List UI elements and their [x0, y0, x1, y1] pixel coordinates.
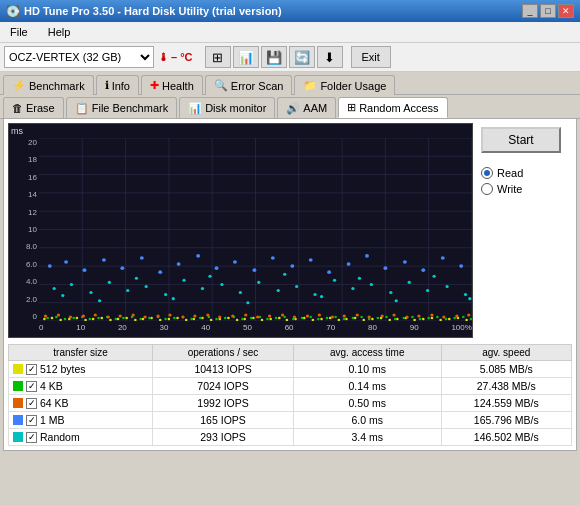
exit-button[interactable]: Exit — [351, 46, 391, 68]
svg-point-203 — [464, 293, 467, 296]
svg-point-134 — [181, 315, 184, 318]
tab-random-access[interactable]: ⊞ Random Access — [338, 97, 447, 118]
svg-point-209 — [246, 301, 249, 304]
svg-point-136 — [206, 313, 209, 316]
drive-select[interactable]: OCZ-VERTEX (32 GB) — [4, 46, 154, 68]
label-text-0: 512 bytes — [40, 363, 86, 375]
svg-point-31 — [125, 317, 128, 319]
tabs-row-1: ⚡ Benchmark ℹ Info ✚ Health 🔍 Error Scan… — [0, 72, 580, 95]
svg-point-89 — [190, 318, 193, 320]
svg-point-190 — [220, 283, 223, 286]
radio-read-dot — [484, 170, 490, 176]
checkbox-0[interactable]: ✓ — [26, 364, 37, 375]
svg-point-144 — [306, 314, 309, 317]
svg-point-189 — [201, 287, 204, 290]
svg-point-186 — [145, 285, 148, 288]
tab-disk-monitor[interactable]: 📊 Disk monitor — [179, 97, 275, 118]
col-transfer-size: transfer size — [9, 345, 153, 361]
svg-point-187 — [164, 293, 167, 296]
svg-point-171 — [290, 264, 294, 268]
cell-access-4: 3.4 ms — [293, 429, 441, 446]
svg-point-135 — [193, 314, 196, 317]
icon-grid[interactable]: ⊞ — [205, 46, 231, 68]
minimize-button[interactable]: _ — [522, 4, 538, 18]
label-text-1: 4 KB — [40, 380, 63, 392]
aam-icon: 🔊 — [286, 102, 300, 115]
icon-refresh[interactable]: 🔄 — [289, 46, 315, 68]
erase-icon: 🗑 — [12, 102, 23, 114]
svg-point-37 — [176, 317, 179, 319]
col-speed: agv. speed — [441, 345, 571, 361]
svg-point-127 — [94, 313, 97, 316]
svg-point-147 — [343, 314, 346, 317]
checkbox-1[interactable]: ✓ — [26, 381, 37, 392]
toolbar: OCZ-VERTEX (32 GB) 🌡 – °C ⊞ 📊 💾 🔄 ⬇ Exit — [0, 43, 580, 72]
tab-benchmark[interactable]: ⚡ Benchmark — [3, 75, 94, 95]
svg-point-164 — [158, 270, 162, 274]
tab-aam[interactable]: 🔊 AAM — [277, 97, 336, 118]
window-controls[interactable]: _ □ ✕ — [522, 4, 574, 18]
checkbox-4[interactable]: ✓ — [26, 432, 37, 443]
svg-point-183 — [89, 291, 92, 294]
close-button[interactable]: ✕ — [558, 4, 574, 18]
radio-read[interactable]: Read — [481, 167, 568, 179]
svg-point-165 — [177, 262, 181, 266]
color-swatch-2 — [13, 398, 23, 408]
svg-point-212 — [358, 277, 361, 280]
toolbar-icons: ⊞ 📊 💾 🔄 ⬇ — [205, 46, 343, 68]
svg-point-132 — [156, 314, 159, 317]
svg-point-125 — [69, 315, 72, 318]
svg-point-124 — [57, 313, 60, 316]
icon-down[interactable]: ⬇ — [317, 46, 343, 68]
start-button[interactable]: Start — [481, 127, 561, 153]
svg-point-86 — [164, 318, 167, 320]
svg-point-25 — [76, 317, 79, 319]
svg-point-155 — [442, 315, 445, 318]
results-table: transfer size operations / sec avg. acce… — [8, 344, 572, 446]
cell-speed-4: 146.502 MB/s — [441, 429, 571, 446]
svg-point-99 — [275, 317, 278, 319]
svg-point-174 — [347, 262, 351, 266]
svg-point-169 — [252, 268, 256, 272]
info-icon: ℹ — [105, 79, 109, 92]
svg-point-141 — [268, 314, 271, 317]
tab-file-benchmark[interactable]: 📋 File Benchmark — [66, 97, 177, 118]
maximize-button[interactable]: □ — [540, 4, 556, 18]
svg-point-211 — [320, 295, 323, 298]
y-axis-label: ms — [11, 126, 23, 136]
svg-point-115 — [411, 316, 414, 318]
title-bar: 💽 HD Tune Pro 3.50 - Hard Disk Utility (… — [0, 0, 580, 22]
table-row: ✓ 512 bytes 10413 IOPS 0.10 ms 5.085 MB/… — [9, 361, 572, 378]
svg-point-109 — [360, 316, 363, 318]
radio-read-circle — [481, 167, 493, 179]
svg-point-163 — [140, 256, 144, 260]
tab-folder-usage[interactable]: 📁 Folder Usage — [294, 75, 395, 95]
svg-point-81 — [122, 317, 125, 319]
cell-label-1: ✓ 4 KB — [9, 378, 153, 395]
svg-point-129 — [119, 314, 122, 317]
svg-point-123 — [44, 314, 47, 317]
y-axis: 20 18 16 14 12 10 8.0 6.0 4.0 2.0 0 — [9, 138, 39, 321]
svg-point-137 — [218, 315, 221, 318]
svg-point-176 — [383, 266, 387, 270]
menu-help[interactable]: Help — [42, 24, 77, 40]
svg-point-122 — [470, 318, 472, 320]
tab-info[interactable]: ℹ Info — [96, 75, 139, 95]
svg-point-196 — [333, 279, 336, 282]
menu-file[interactable]: File — [4, 24, 34, 40]
svg-point-175 — [365, 254, 369, 258]
tab-health[interactable]: ✚ Health — [141, 75, 203, 95]
tab-erase[interactable]: 🗑 Erase — [3, 97, 64, 118]
checkbox-2[interactable]: ✓ — [26, 398, 37, 409]
radio-write[interactable]: Write — [481, 183, 568, 195]
checkbox-3[interactable]: ✓ — [26, 415, 37, 426]
icon-save[interactable]: 💾 — [261, 46, 287, 68]
tab-error-scan[interactable]: 🔍 Error Scan — [205, 75, 293, 95]
svg-point-179 — [441, 256, 445, 260]
svg-point-96 — [250, 317, 253, 319]
svg-point-74 — [64, 318, 67, 320]
svg-point-206 — [135, 277, 138, 280]
svg-point-84 — [148, 317, 151, 319]
color-swatch-1 — [13, 381, 23, 391]
icon-chart[interactable]: 📊 — [233, 46, 259, 68]
